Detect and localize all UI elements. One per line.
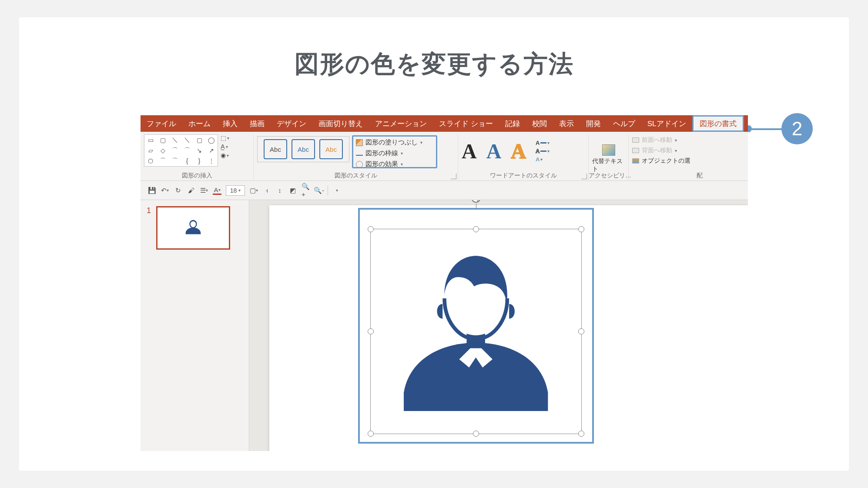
selection-pane-label: オブジェクトの選 [642, 157, 690, 165]
send-backward-button[interactable]: 背面へ移動▾ [632, 147, 699, 154]
wordart-preset-2[interactable]: A [486, 139, 502, 163]
group-wordart-styles: A A A A▾ A▾ A▾ ワードアートのスタイル [458, 134, 589, 180]
text-box-button[interactable]: A̲▾ [221, 143, 242, 150]
align-icon[interactable]: ⫞ [262, 186, 271, 195]
callout-2-line [748, 128, 782, 130]
bullets-icon[interactable]: ☰▾ [200, 186, 208, 195]
merge-icon: ◉ [221, 152, 226, 159]
tab-help[interactable]: ヘルプ [607, 115, 641, 132]
tab-view[interactable]: 表示 [553, 115, 580, 132]
fill-outline-effect-highlight: 図形の塗りつぶし ▾ 図形の枠線 ▾ 図形の効果 ▾ [352, 135, 437, 168]
selection-pane-button[interactable]: オブジェクトの選 [632, 157, 699, 165]
shape-style-preset-1[interactable]: Abc [264, 139, 287, 159]
crop-icon[interactable]: ◩ [288, 186, 297, 195]
tab-sl-addin[interactable]: SLアドイン [641, 115, 692, 132]
editing-area: 1 [141, 200, 748, 451]
group-arrange-label: 配 [629, 172, 703, 180]
wordart-preset-1[interactable]: A [462, 139, 477, 163]
tab-insert[interactable]: 挿入 [217, 115, 244, 132]
shape-fill-label: 図形の塗りつぶし [365, 138, 418, 147]
alt-text-button[interactable]: 代替テキスト [592, 144, 625, 173]
tab-design[interactable]: デザイン [271, 115, 312, 132]
group-wordart-label: ワードアートのスタイル [458, 172, 588, 180]
tutorial-slide: 図形の色を変更する方法 1 2 ファイル ホーム 挿入 描画 デザイン 画面切り… [19, 17, 849, 471]
slide-thumbnail-1[interactable] [156, 206, 230, 250]
wordart-dialog-launcher[interactable] [581, 174, 587, 179]
undo-icon[interactable]: ↶▾ [161, 186, 169, 195]
shape-styles-dialog-launcher[interactable] [451, 174, 456, 179]
tab-draw[interactable]: 描画 [244, 115, 271, 132]
callout-2-badge: 2 [781, 113, 813, 144]
bring-forward-button[interactable]: 前面へ移動▾ [632, 136, 699, 144]
thumbnail-number: 1 [147, 206, 151, 215]
shape-fill-button[interactable]: 図形の塗りつぶし ▾ [356, 138, 433, 147]
rotate-handle[interactable] [471, 200, 481, 203]
save-icon[interactable]: 💾 [147, 186, 156, 195]
wordart-preset-3[interactable]: A [511, 139, 526, 163]
person-icon [183, 217, 204, 238]
format-painter-icon[interactable]: 🖌 [187, 186, 195, 195]
tab-shape-format[interactable]: 図形の書式 [692, 115, 744, 132]
text-outline-button[interactable]: A▾ [536, 148, 550, 154]
text-fill-button[interactable]: A▾ [536, 140, 550, 146]
shape-outline-button[interactable]: 図形の枠線 ▾ [356, 149, 433, 157]
text-effects-button[interactable]: A▾ [536, 156, 550, 163]
ribbon-tabs: ファイル ホーム 挿入 描画 デザイン 画面切り替え アニメーション スライド … [141, 115, 748, 132]
shapes-gallery[interactable]: ▭▢＼＼▢◯ ▱◇⌒⌒↘↗ ⬡⌒⌒{}⋮ [144, 134, 218, 167]
tab-developer[interactable]: 開発 [580, 115, 607, 132]
edit-shape-button[interactable]: ⬚▾ [221, 134, 242, 141]
group-shape-styles: Abc Abc Abc 図形の塗りつぶし ▾ 図形の枠線 [254, 134, 458, 180]
effects-icon [356, 161, 363, 168]
group-arrange: 前面へ移動▾ 背面へ移動▾ オブジェクトの選 配 [629, 134, 703, 180]
ribbon-content: ▭▢＼＼▢◯ ▱◇⌒⌒↘↗ ⬡⌒⌒{}⋮ ⬚▾ A̲▾ ◉▾ 図形の挿入 [141, 132, 748, 181]
quick-access-toolbar: 💾 ↶▾ ↻ 🖌 ☰▾ A▾ 18▾ ▢▾ ⫞ ↕ ◩ 🔍+ 🔍- ▾ [141, 181, 748, 200]
textbox-icon: A̲ [221, 143, 225, 150]
tab-animations[interactable]: アニメーション [369, 115, 433, 132]
zoom-out-icon[interactable]: 🔍- [315, 186, 323, 195]
qat-separator [328, 186, 328, 195]
shape-style-gallery[interactable]: Abc Abc Abc [257, 136, 349, 162]
merge-shapes-button[interactable]: ◉▾ [221, 152, 242, 159]
tab-file[interactable]: ファイル [141, 115, 182, 132]
group-accessibility-label: アクセシビリ… [589, 172, 628, 180]
font-size-input[interactable]: 18▾ [226, 185, 245, 196]
group-insert-shapes: ▭▢＼＼▢◯ ▱◇⌒⌒↘↗ ⬡⌒⌒{}⋮ ⬚▾ A̲▾ ◉▾ 図形の挿入 [141, 134, 254, 180]
slide-thumbnails-pane[interactable]: 1 [141, 200, 249, 451]
tab-review[interactable]: 校閲 [526, 115, 553, 132]
alt-text-icon [602, 144, 615, 156]
shape-outline-label: 図形の枠線 [365, 149, 398, 157]
bucket-icon [356, 139, 363, 146]
slide-canvas-pane[interactable] [249, 200, 748, 451]
tab-slideshow[interactable]: スライド ショー [433, 115, 499, 132]
send-backward-icon [632, 148, 639, 153]
selected-shape-wrapper[interactable] [361, 211, 591, 441]
spacing-icon[interactable]: ↕ [275, 186, 284, 195]
page-title: 図形の色を変更する方法 [19, 48, 849, 81]
selection-pane-icon [632, 158, 639, 164]
group-insert-shapes-label: 図形の挿入 [141, 172, 253, 180]
person-shape[interactable] [370, 229, 582, 434]
shape-tool-icon[interactable]: ▢▾ [249, 186, 258, 195]
shape-effects-label: 図形の効果 [365, 160, 398, 168]
font-color-icon[interactable]: A▾ [213, 186, 221, 195]
powerpoint-window: ファイル ホーム 挿入 描画 デザイン 画面切り替え アニメーション スライド … [141, 115, 748, 451]
qat-customize-icon[interactable]: ▾ [332, 186, 341, 195]
group-shape-styles-label: 図形のスタイル [254, 172, 458, 180]
slide-canvas[interactable] [269, 205, 748, 451]
edit-shape-icon: ⬚ [221, 134, 226, 141]
tab-transitions[interactable]: 画面切り替え [312, 115, 369, 132]
shape-style-preset-2[interactable]: Abc [292, 139, 315, 159]
pen-icon [356, 151, 363, 156]
send-backward-label: 背面へ移動 [642, 147, 672, 154]
shape-effects-button[interactable]: 図形の効果 ▾ [356, 160, 433, 168]
shape-style-preset-3[interactable]: Abc [319, 139, 343, 159]
group-accessibility: 代替テキスト アクセシビリ… [589, 134, 629, 180]
bring-forward-label: 前面へ移動 [642, 136, 672, 144]
alt-text-label: 代替テキスト [592, 157, 625, 173]
zoom-in-icon[interactable]: 🔍+ [302, 186, 310, 195]
thumbnail-row-1[interactable]: 1 [147, 206, 243, 250]
bring-forward-icon [632, 137, 639, 143]
tab-record[interactable]: 記録 [499, 115, 526, 132]
redo-icon[interactable]: ↻ [174, 186, 182, 195]
tab-home[interactable]: ホーム [182, 115, 217, 132]
